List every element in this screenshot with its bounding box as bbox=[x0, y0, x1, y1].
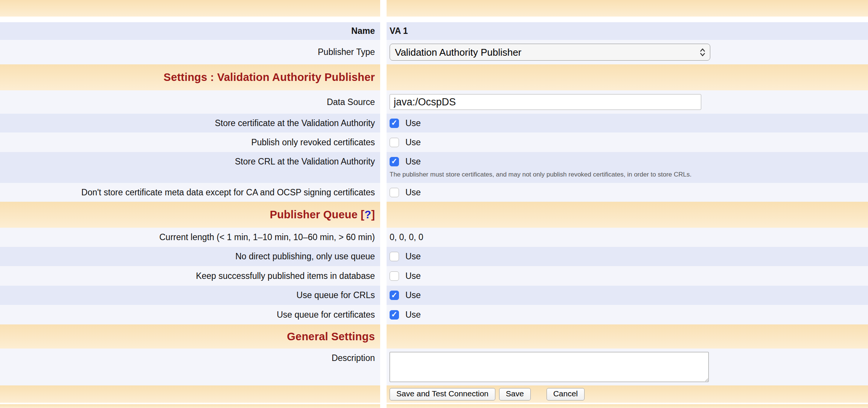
queue-certs-checkbox[interactable] bbox=[390, 310, 399, 320]
settings-header-right bbox=[387, 64, 868, 90]
dont-store-meta-checkbox[interactable] bbox=[390, 188, 399, 197]
current-length-label: Current length (< 1 min, 1–10 min, 10–60… bbox=[159, 232, 375, 242]
row-data-source: Data Source bbox=[0, 90, 868, 114]
no-direct-publishing-checkbox[interactable] bbox=[390, 252, 399, 261]
bottom-band-left bbox=[0, 404, 380, 408]
publish-only-revoked-checkbox[interactable] bbox=[390, 138, 399, 147]
row-name: Name VA 1 bbox=[0, 22, 868, 40]
data-source-label: Data Source bbox=[327, 97, 375, 107]
name-label: Name bbox=[351, 26, 375, 36]
use-label: Use bbox=[405, 290, 421, 300]
row-queue-crls: Use queue for CRLs Use bbox=[0, 286, 868, 305]
store-certificate-value-cell: Use bbox=[387, 114, 868, 132]
row-actions: Save and Test Connection Save Cancel bbox=[0, 385, 868, 403]
row-general-header: General Settings bbox=[0, 324, 868, 349]
settings-section-title: Settings : Validation Authority Publishe… bbox=[164, 71, 375, 84]
bottom-band-right bbox=[387, 404, 868, 408]
store-certificate-label-cell: Store certificate at the Validation Auth… bbox=[0, 114, 380, 132]
name-value-cell: VA 1 bbox=[387, 22, 868, 40]
store-crl-label: Store CRL at the Validation Authority bbox=[235, 152, 375, 171]
description-label: Description bbox=[332, 353, 375, 363]
row-queue-header: Publisher Queue [?] bbox=[0, 202, 868, 228]
store-crl-value-cell: Use The publisher must store certificate… bbox=[387, 152, 868, 183]
column-divider bbox=[380, 40, 387, 64]
bottom-band bbox=[0, 404, 868, 408]
description-textarea[interactable] bbox=[390, 352, 709, 382]
column-divider bbox=[380, 22, 387, 40]
use-label: Use bbox=[405, 137, 421, 148]
actions-cell: Save and Test Connection Save Cancel bbox=[387, 385, 868, 403]
publisher-type-select[interactable]: Validation Authority Publisher bbox=[390, 44, 710, 61]
publish-only-revoked-label: Publish only revoked certificates bbox=[251, 137, 375, 148]
dont-store-meta-label-cell: Don't store certificate meta data except… bbox=[0, 183, 380, 202]
column-divider bbox=[380, 0, 387, 17]
column-divider bbox=[380, 385, 387, 403]
no-direct-publishing-label-cell: No direct publishing, only use queue bbox=[0, 247, 380, 266]
save-and-test-connection-button[interactable]: Save and Test Connection bbox=[390, 388, 495, 400]
keep-published-label: Keep successfully published items in dat… bbox=[196, 271, 375, 281]
row-publish-only-revoked: Publish only revoked certificates Use bbox=[0, 132, 868, 152]
row-dont-store-meta: Don't store certificate meta data except… bbox=[0, 183, 868, 202]
use-label: Use bbox=[405, 187, 421, 198]
column-divider bbox=[380, 324, 387, 349]
use-label: Use bbox=[405, 157, 421, 167]
use-label: Use bbox=[405, 251, 421, 262]
name-label-cell: Name bbox=[0, 22, 380, 40]
description-label-cell: Description bbox=[0, 349, 380, 385]
queue-header-right bbox=[387, 202, 868, 228]
store-crl-label-cell: Store CRL at the Validation Authority bbox=[0, 152, 380, 183]
keep-published-checkbox[interactable] bbox=[390, 271, 399, 281]
use-label: Use bbox=[405, 118, 421, 128]
column-divider bbox=[380, 90, 387, 114]
no-direct-publishing-label: No direct publishing, only use queue bbox=[235, 251, 375, 262]
store-crl-checkbox[interactable] bbox=[390, 157, 399, 166]
general-header-cell: General Settings bbox=[0, 324, 380, 349]
publisher-type-label: Publisher Type bbox=[318, 47, 375, 57]
keep-published-value-cell: Use bbox=[387, 266, 868, 286]
queue-help-link[interactable]: ? bbox=[364, 209, 371, 221]
row-settings-header: Settings : Validation Authority Publishe… bbox=[0, 64, 868, 90]
column-divider bbox=[380, 349, 387, 385]
row-current-length: Current length (< 1 min, 1–10 min, 10–60… bbox=[0, 228, 868, 247]
top-band-left bbox=[0, 0, 380, 17]
column-divider bbox=[380, 202, 387, 228]
store-crl-help-text: The publisher must store certificates, a… bbox=[390, 171, 691, 178]
column-divider bbox=[380, 247, 387, 266]
column-divider bbox=[380, 183, 387, 202]
actions-left bbox=[0, 385, 380, 403]
publisher-type-select-wrap: Validation Authority Publisher bbox=[390, 44, 710, 61]
queue-crls-checkbox[interactable] bbox=[390, 291, 399, 300]
row-description: Description bbox=[0, 349, 868, 385]
data-source-input[interactable] bbox=[390, 94, 701, 110]
save-button[interactable]: Save bbox=[499, 388, 531, 400]
store-crl-check-line: Use bbox=[390, 152, 421, 171]
dont-store-meta-value-cell: Use bbox=[387, 183, 868, 202]
row-no-direct-publishing: No direct publishing, only use queue Use bbox=[0, 247, 868, 266]
bracket-close: ] bbox=[371, 209, 375, 221]
row-store-crl: Store CRL at the Validation Authority Us… bbox=[0, 152, 868, 183]
top-band-right bbox=[387, 0, 868, 17]
description-value-cell bbox=[387, 349, 868, 385]
no-direct-publishing-value-cell: Use bbox=[387, 247, 868, 266]
column-divider bbox=[380, 404, 387, 408]
queue-certs-value-cell: Use bbox=[387, 305, 868, 324]
publisher-type-label-cell: Publisher Type bbox=[0, 40, 380, 64]
data-source-label-cell: Data Source bbox=[0, 90, 380, 114]
column-divider bbox=[380, 305, 387, 324]
publisher-name-value: VA 1 bbox=[390, 26, 408, 36]
store-certificate-checkbox[interactable] bbox=[390, 119, 399, 128]
queue-certs-label-cell: Use queue for certificates bbox=[0, 305, 380, 324]
column-divider bbox=[380, 152, 387, 183]
row-publisher-type: Publisher Type Validation Authority Publ… bbox=[0, 40, 868, 64]
column-divider bbox=[380, 228, 387, 247]
top-band bbox=[0, 0, 868, 17]
cancel-button[interactable]: Cancel bbox=[547, 388, 585, 400]
store-certificate-label: Store certificate at the Validation Auth… bbox=[215, 118, 375, 128]
queue-crls-value-cell: Use bbox=[387, 286, 868, 305]
data-source-value-cell bbox=[387, 90, 868, 114]
current-length-value: 0, 0, 0, 0 bbox=[390, 232, 423, 242]
publisher-type-value-cell: Validation Authority Publisher bbox=[387, 40, 868, 64]
settings-header-cell: Settings : Validation Authority Publishe… bbox=[0, 64, 380, 90]
dont-store-meta-label: Don't store certificate meta data except… bbox=[81, 187, 375, 198]
queue-crls-label-cell: Use queue for CRLs bbox=[0, 286, 380, 305]
